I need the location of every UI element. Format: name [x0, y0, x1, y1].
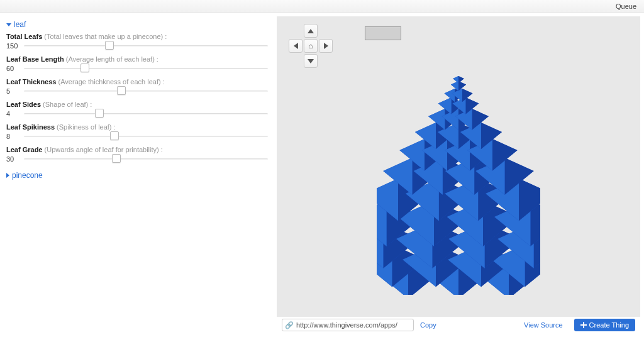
param-label: Leaf Spikiness (Spikiness of leaf) :: [6, 123, 268, 131]
param-hint: (Shape of leaf) :: [43, 101, 92, 108]
param-value: 8: [6, 133, 24, 140]
param-slider[interactable]: [24, 153, 268, 165]
param-row: Leaf Sides (Shape of leaf) :4: [6, 101, 268, 119]
slider-thumb[interactable]: [112, 154, 121, 163]
param-slider[interactable]: [24, 131, 268, 142]
param-name: Total Leafs: [6, 33, 42, 40]
param-name: Leaf Grade: [6, 146, 42, 153]
param-slider[interactable]: [24, 85, 268, 97]
leaf-params: Total Leafs (Total leaves that make up a…: [6, 33, 268, 165]
param-slider[interactable]: [24, 108, 268, 119]
param-hint: (Spikiness of leaf) :: [57, 123, 116, 131]
footer-bar: 🔗 Copy View Source Create Thing: [277, 317, 640, 333]
chevron-right-icon: [6, 173, 9, 178]
slider-thumb[interactable]: [105, 41, 114, 50]
zoom-indicator[interactable]: [365, 26, 401, 40]
plus-circle-icon: [580, 322, 587, 328]
param-label: Leaf Thickness (Average thichkness of ea…: [6, 78, 268, 85]
home-icon: ⌂: [308, 41, 313, 50]
param-row: Leaf Thickness (Average thichkness of ea…: [6, 78, 268, 97]
triangle-down-icon: [308, 59, 314, 63]
top-bar: Queue: [0, 0, 644, 13]
param-name: Leaf Base Length: [6, 55, 64, 63]
parameter-sidebar: leaf Total Leafs (Total leaves that make…: [0, 13, 277, 333]
param-hint: (Upwards angle of leaf for printability)…: [45, 146, 163, 153]
param-label: Leaf Sides (Shape of leaf) :: [6, 101, 268, 108]
view-source-link[interactable]: View Source: [524, 321, 563, 329]
create-thing-label: Create Thing: [589, 321, 629, 329]
main-area: leaf Total Leafs (Total leaves that make…: [0, 13, 644, 333]
home-view-button[interactable]: ⌂: [304, 39, 318, 53]
param-value: 4: [6, 110, 24, 118]
param-value: 30: [6, 155, 24, 163]
param-hint: (Average thichkness of each leaf) :: [58, 78, 165, 85]
section-leaf-title: leaf: [14, 20, 26, 29]
param-slider[interactable]: [24, 40, 268, 52]
3d-viewer[interactable]: ⌂: [277, 16, 640, 317]
param-value: 150: [6, 42, 24, 50]
triangle-up-icon: [308, 29, 314, 33]
param-value: 60: [6, 65, 24, 72]
param-value: 5: [6, 87, 24, 95]
share-url-box: 🔗: [282, 319, 414, 331]
pinecone-model: [377, 62, 540, 295]
rotate-down-button[interactable]: [304, 54, 318, 68]
slider-thumb[interactable]: [95, 109, 104, 118]
param-label: Total Leafs (Total leaves that make up a…: [6, 33, 268, 40]
share-url-input[interactable]: [296, 321, 411, 329]
param-hint: (Average length of each leaf) :: [66, 55, 158, 63]
param-row: Leaf Grade (Upwards angle of leaf for pr…: [6, 146, 268, 165]
copy-link[interactable]: Copy: [420, 321, 436, 329]
param-slider[interactable]: [24, 63, 268, 74]
section-pinecone-title: pinecone: [12, 171, 43, 180]
rotate-up-button[interactable]: [304, 24, 318, 38]
slider-thumb[interactable]: [110, 131, 119, 140]
param-row: Total Leafs (Total leaves that make up a…: [6, 33, 268, 52]
param-name: Leaf Sides: [6, 101, 41, 108]
param-hint: (Total leaves that make up a pinecone) :: [44, 33, 167, 40]
queue-link[interactable]: Queue: [616, 3, 636, 10]
chevron-down-icon: [6, 23, 11, 26]
param-label: Leaf Base Length (Average length of each…: [6, 55, 268, 63]
param-name: Leaf Spikiness: [6, 123, 55, 131]
param-name: Leaf Thickness: [6, 78, 56, 85]
viewer-column: ⌂: [277, 13, 644, 333]
section-leaf-header[interactable]: leaf: [6, 18, 268, 31]
create-thing-button[interactable]: Create Thing: [574, 319, 635, 331]
triangle-right-icon: [324, 43, 328, 49]
triangle-left-icon: [294, 43, 298, 49]
section-pinecone-header[interactable]: pinecone: [6, 168, 268, 182]
link-icon: 🔗: [285, 321, 294, 329]
rotate-left-button[interactable]: [289, 39, 303, 53]
view-navpad: ⌂: [288, 24, 333, 69]
rotate-right-button[interactable]: [319, 39, 333, 53]
param-row: Leaf Base Length (Average length of each…: [6, 55, 268, 74]
slider-thumb[interactable]: [80, 63, 89, 72]
param-label: Leaf Grade (Upwards angle of leaf for pr…: [6, 146, 268, 153]
slider-thumb[interactable]: [117, 86, 126, 95]
param-row: Leaf Spikiness (Spikiness of leaf) :8: [6, 123, 268, 142]
